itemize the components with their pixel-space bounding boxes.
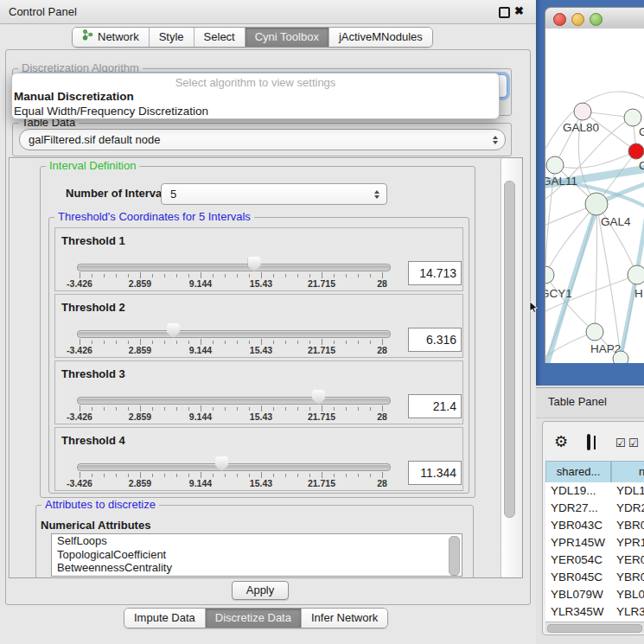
cell-name[interactable]: YBR0 xyxy=(616,569,644,586)
apply-button[interactable]: Apply xyxy=(232,581,289,600)
minimize-traffic-light-icon[interactable] xyxy=(571,13,584,26)
network-canvas[interactable]: GAL80GACGAL11GAL4GCY1HHAP2 xyxy=(545,29,644,363)
num-intervals-value: 5 xyxy=(162,188,374,201)
threshold-slider[interactable]: -3.4262.8599.14415.4321.71528 xyxy=(75,361,391,424)
slider-tick xyxy=(358,474,359,477)
checkbox-icon[interactable]: ☑ xyxy=(628,437,639,450)
table-row[interactable]: YER054CYER0 xyxy=(545,552,644,569)
slider-tick-label: -3.426 xyxy=(67,478,92,488)
algorithm-option-equal-width-frequency-discretization[interactable]: Equal Width/Frequency Discretization xyxy=(12,105,499,119)
threshold-value-field[interactable]: 21.4 xyxy=(408,394,462,418)
threshold-slider[interactable]: -3.4262.8599.14415.4321.71528 xyxy=(75,428,391,490)
network-node-hap2[interactable] xyxy=(586,323,603,341)
threshold-value-field[interactable]: 14.713 xyxy=(408,261,462,285)
num-intervals-label: Number of Intervals xyxy=(66,187,171,200)
bottom-tab-impute-data[interactable]: Impute Data xyxy=(124,609,206,628)
slider-tick xyxy=(80,405,80,411)
table-data-combo[interactable]: galFiltered.sif default node xyxy=(19,129,506,150)
table-row[interactable]: YBL079WYBL0 xyxy=(545,586,644,603)
settings-vertical-scrollbar[interactable] xyxy=(501,158,522,577)
tab-jactivemnodules[interactable]: jActiveMNodules xyxy=(329,28,432,47)
numerical-attributes-list[interactable]: SelfLoopsTopologicalCoefficientBetweenne… xyxy=(51,533,462,577)
cell-name[interactable]: YLR3 xyxy=(616,603,644,621)
slider-track[interactable] xyxy=(77,330,391,338)
slider-tick xyxy=(225,341,226,344)
table-row[interactable]: YBR045CYBR0 xyxy=(545,569,644,586)
application-root: Control Panel ✖ NetworkStyleSelectCyni T… xyxy=(0,0,644,644)
network-node-gal11[interactable] xyxy=(546,156,564,174)
slider-tick xyxy=(346,474,347,477)
cell-name[interactable]: YBL0 xyxy=(616,586,644,603)
network-node-gcy1[interactable] xyxy=(545,266,554,284)
algorithm-option-manual-discretization[interactable]: Manual Discretization xyxy=(12,90,499,105)
threshold-slider[interactable]: -3.4262.8599.14415.4321.71528 xyxy=(75,295,391,357)
settings-gear-icon[interactable]: ⚙ xyxy=(554,434,568,450)
cell-name[interactable]: YER0 xyxy=(616,552,644,569)
attribute-item-betweennesscentrality[interactable]: BetweennessCentrality xyxy=(52,561,462,575)
slider-track[interactable] xyxy=(77,463,391,471)
network-node-gal4[interactable] xyxy=(585,193,608,215)
slider-tick xyxy=(382,405,383,411)
panel-title: Control Panel xyxy=(9,5,77,18)
zoom-traffic-light-icon[interactable] xyxy=(590,13,603,26)
network-node-h[interactable] xyxy=(628,265,644,284)
slider-tick xyxy=(140,272,141,278)
slider-tick-label: 21.715 xyxy=(308,478,335,488)
slider-tick xyxy=(140,405,141,411)
column-header-name[interactable]: n... xyxy=(611,461,644,484)
slider-tick xyxy=(188,474,189,477)
tab-style[interactable]: Style xyxy=(150,28,194,47)
network-window-titlebar[interactable] xyxy=(545,7,644,30)
table-row[interactable]: YPR145WYPR1 xyxy=(545,534,644,552)
attribute-item-selfloops[interactable]: SelfLoops xyxy=(52,534,462,548)
algorithm-hint-option[interactable]: Select algorithm to view settings xyxy=(12,76,499,90)
split-view-icon[interactable] xyxy=(587,434,590,450)
tab-network[interactable]: Network xyxy=(73,28,150,47)
close-icon[interactable]: ✖ xyxy=(514,4,524,17)
bottom-tab-bar: Impute DataDiscretize DataInfer Network xyxy=(124,608,388,628)
network-node-c[interactable] xyxy=(628,143,644,159)
table-row[interactable]: YBR043CYBR0 xyxy=(545,517,644,534)
network-node-gal80[interactable] xyxy=(574,103,591,120)
bottom-tab-infer-network[interactable]: Infer Network xyxy=(302,609,387,628)
cell-name[interactable]: YBR0 xyxy=(616,517,644,534)
column-header-shared[interactable]: shared... xyxy=(545,461,611,484)
table-horizontal-scrollbar[interactable] xyxy=(545,622,644,633)
slider-tick xyxy=(201,405,201,411)
threshold-value-field[interactable]: 11.344 xyxy=(408,461,462,485)
close-traffic-light-icon[interactable] xyxy=(553,13,566,26)
slider-tick xyxy=(176,407,177,411)
network-node[interactable] xyxy=(613,351,628,363)
slider-tick xyxy=(164,274,165,277)
scrollbar-thumb[interactable] xyxy=(504,181,515,518)
table-row[interactable]: YDL19...YDL1 xyxy=(545,482,644,500)
cell-name[interactable]: YDL1 xyxy=(616,482,644,500)
slider-tick xyxy=(104,474,105,477)
tab-cyni-toolbox[interactable]: Cyni Toolbox xyxy=(245,28,329,47)
table-row[interactable]: YLR345WYLR3 xyxy=(545,603,644,621)
bottom-tab-label: Infer Network xyxy=(311,609,378,628)
cell-name[interactable]: YDR2 xyxy=(616,500,644,517)
tab-select[interactable]: Select xyxy=(194,28,245,47)
num-intervals-combo[interactable]: 5 xyxy=(161,183,387,205)
slider-tick xyxy=(346,274,347,277)
slider-tick xyxy=(104,341,105,344)
threshold-value-field[interactable]: 6.316 xyxy=(408,328,462,352)
cell-name[interactable]: YPR1 xyxy=(616,534,644,552)
node-table[interactable]: YDL19...YDL1YDR27...YDR2YBR043CYBR0YPR14… xyxy=(545,482,644,622)
slider-track[interactable] xyxy=(77,397,391,405)
table-row[interactable]: YDR27...YDR2 xyxy=(545,500,644,517)
slider-tick xyxy=(237,274,238,277)
attributes-scrollbar[interactable] xyxy=(449,536,460,576)
h-scrollbar-thumb[interactable] xyxy=(547,624,642,633)
attribute-item-topologicalcoefficient[interactable]: TopologicalCoefficient xyxy=(52,548,462,562)
threshold-slider[interactable]: -3.4262.8599.14415.4321.71528 xyxy=(75,228,391,290)
checkbox-icon[interactable]: ☑ xyxy=(615,437,626,450)
slider-tick xyxy=(334,341,335,344)
slider-track[interactable] xyxy=(77,264,391,271)
float-window-icon[interactable] xyxy=(499,7,510,18)
bottom-tab-discretize-data[interactable]: Discretize Data xyxy=(206,609,302,628)
numerical-attributes-label: Numerical Attributes xyxy=(41,519,150,532)
network-node-ga[interactable] xyxy=(624,109,641,126)
threshold-row-4: Threshold 4-3.4262.8599.14415.4321.71528… xyxy=(54,427,463,491)
